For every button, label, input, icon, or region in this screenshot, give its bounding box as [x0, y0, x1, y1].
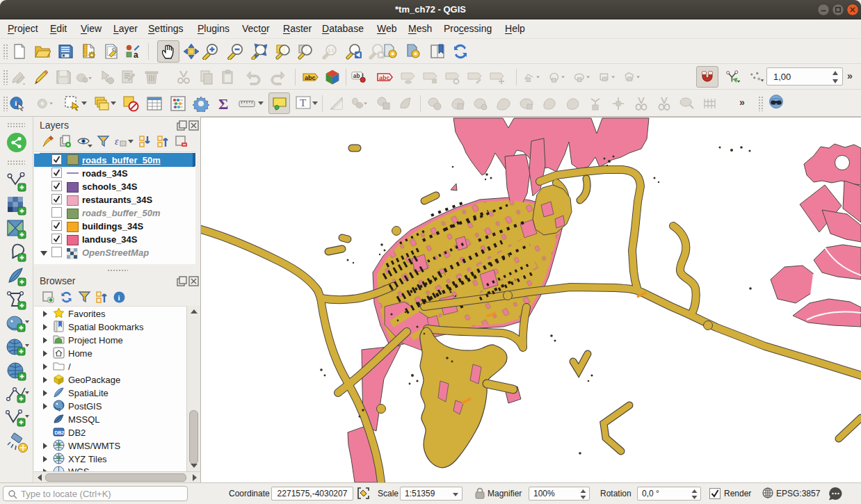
svg-text:Σ: Σ [218, 95, 228, 112]
svg-text:ab: ab [353, 72, 360, 79]
svg-text:abc: abc [305, 74, 316, 81]
svg-text:DB2: DB2 [55, 430, 65, 435]
svg-text:T: T [300, 97, 306, 108]
svg-text:1:1: 1:1 [328, 48, 335, 53]
svg-text:a: a [134, 50, 138, 60]
svg-text:i: i [15, 99, 17, 107]
svg-text:abc: abc [379, 74, 390, 81]
